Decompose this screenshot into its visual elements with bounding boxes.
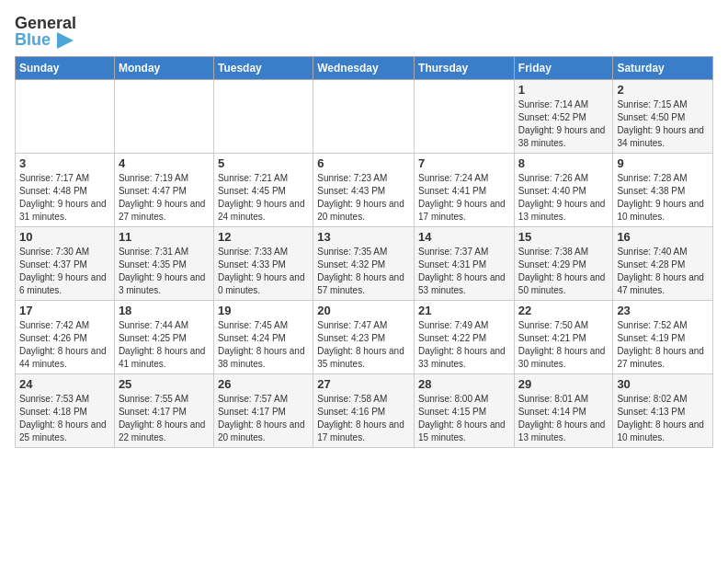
- calendar-cell: 30Sunrise: 8:02 AM Sunset: 4:13 PM Dayli…: [613, 374, 713, 448]
- day-detail: Sunrise: 7:24 AM Sunset: 4:41 PM Dayligh…: [418, 172, 510, 224]
- day-detail: Sunrise: 7:44 AM Sunset: 4:25 PM Dayligh…: [119, 319, 210, 371]
- calendar-cell: 3Sunrise: 7:17 AM Sunset: 4:48 PM Daylig…: [16, 154, 115, 227]
- calendar-week-row: 17Sunrise: 7:42 AM Sunset: 4:26 PM Dayli…: [16, 301, 713, 374]
- day-detail: Sunrise: 7:35 AM Sunset: 4:32 PM Dayligh…: [317, 246, 410, 297]
- day-detail: Sunrise: 7:26 AM Sunset: 4:40 PM Dayligh…: [518, 172, 609, 224]
- day-header-wednesday: Wednesday: [313, 57, 415, 80]
- day-detail: Sunrise: 8:00 AM Sunset: 4:15 PM Dayligh…: [418, 393, 510, 444]
- day-number: 30: [617, 377, 709, 391]
- day-number: 22: [518, 304, 609, 317]
- calendar-cell: 23Sunrise: 7:52 AM Sunset: 4:19 PM Dayli…: [613, 301, 713, 374]
- day-number: 3: [19, 156, 110, 170]
- calendar-cell: 26Sunrise: 7:57 AM Sunset: 4:17 PM Dayli…: [213, 374, 313, 448]
- calendar-cell: 4Sunrise: 7:19 AM Sunset: 4:47 PM Daylig…: [114, 154, 213, 227]
- day-header-sunday: Sunday: [16, 57, 115, 80]
- logo-flag-icon: [57, 32, 74, 49]
- day-detail: Sunrise: 7:28 AM Sunset: 4:38 PM Dayligh…: [617, 172, 709, 224]
- calendar-cell: 12Sunrise: 7:33 AM Sunset: 4:33 PM Dayli…: [213, 227, 313, 301]
- calendar-cell: 24Sunrise: 7:53 AM Sunset: 4:18 PM Dayli…: [16, 374, 115, 448]
- calendar-cell: [213, 80, 313, 154]
- day-number: 11: [119, 230, 210, 244]
- day-number: 21: [418, 304, 510, 317]
- day-number: 24: [19, 377, 110, 391]
- day-detail: Sunrise: 7:47 AM Sunset: 4:23 PM Dayligh…: [317, 319, 410, 371]
- day-number: 8: [518, 156, 609, 170]
- day-detail: Sunrise: 7:37 AM Sunset: 4:31 PM Dayligh…: [418, 246, 510, 297]
- day-detail: Sunrise: 7:42 AM Sunset: 4:26 PM Dayligh…: [19, 319, 110, 371]
- logo-wordmark: General Blue: [15, 15, 76, 49]
- header: General Blue: [15, 15, 713, 49]
- day-detail: Sunrise: 7:19 AM Sunset: 4:47 PM Dayligh…: [119, 172, 210, 224]
- day-number: 23: [617, 304, 709, 317]
- calendar-cell: [313, 80, 415, 154]
- calendar-cell: 28Sunrise: 8:00 AM Sunset: 4:15 PM Dayli…: [415, 374, 515, 448]
- day-number: 2: [617, 83, 709, 97]
- svg-marker-0: [57, 32, 74, 49]
- day-detail: Sunrise: 7:21 AM Sunset: 4:45 PM Dayligh…: [218, 172, 309, 224]
- calendar-cell: 5Sunrise: 7:21 AM Sunset: 4:45 PM Daylig…: [213, 154, 313, 227]
- day-header-tuesday: Tuesday: [213, 57, 313, 80]
- day-number: 29: [518, 377, 609, 391]
- calendar-cell: 25Sunrise: 7:55 AM Sunset: 4:17 PM Dayli…: [114, 374, 213, 448]
- day-number: 26: [218, 377, 309, 391]
- day-detail: Sunrise: 8:01 AM Sunset: 4:14 PM Dayligh…: [518, 393, 609, 444]
- day-detail: Sunrise: 7:50 AM Sunset: 4:21 PM Dayligh…: [518, 319, 609, 371]
- day-header-monday: Monday: [114, 57, 213, 80]
- calendar-cell: 13Sunrise: 7:35 AM Sunset: 4:32 PM Dayli…: [313, 227, 415, 301]
- day-detail: Sunrise: 7:52 AM Sunset: 4:19 PM Dayligh…: [617, 319, 709, 371]
- calendar-cell: 11Sunrise: 7:31 AM Sunset: 4:35 PM Dayli…: [114, 227, 213, 301]
- day-number: 28: [418, 377, 510, 391]
- day-detail: Sunrise: 7:33 AM Sunset: 4:33 PM Dayligh…: [218, 246, 309, 297]
- day-detail: Sunrise: 7:23 AM Sunset: 4:43 PM Dayligh…: [317, 172, 410, 224]
- calendar-cell: 14Sunrise: 7:37 AM Sunset: 4:31 PM Dayli…: [415, 227, 515, 301]
- day-detail: Sunrise: 7:14 AM Sunset: 4:52 PM Dayligh…: [518, 98, 609, 150]
- day-detail: Sunrise: 7:49 AM Sunset: 4:22 PM Dayligh…: [418, 319, 510, 371]
- day-header-thursday: Thursday: [415, 57, 515, 80]
- day-number: 16: [617, 230, 709, 244]
- calendar-cell: 29Sunrise: 8:01 AM Sunset: 4:14 PM Dayli…: [514, 374, 613, 448]
- day-detail: Sunrise: 7:38 AM Sunset: 4:29 PM Dayligh…: [518, 246, 609, 297]
- day-detail: Sunrise: 7:53 AM Sunset: 4:18 PM Dayligh…: [19, 393, 110, 444]
- day-detail: Sunrise: 7:30 AM Sunset: 4:37 PM Dayligh…: [19, 246, 110, 297]
- day-number: 14: [418, 230, 510, 244]
- day-number: 10: [19, 230, 110, 244]
- calendar-cell: 18Sunrise: 7:44 AM Sunset: 4:25 PM Dayli…: [114, 301, 213, 374]
- calendar-cell: 27Sunrise: 7:58 AM Sunset: 4:16 PM Dayli…: [313, 374, 415, 448]
- day-number: 13: [317, 230, 410, 244]
- day-number: 4: [119, 156, 210, 170]
- day-detail: Sunrise: 7:57 AM Sunset: 4:17 PM Dayligh…: [218, 393, 309, 444]
- calendar-cell: 20Sunrise: 7:47 AM Sunset: 4:23 PM Dayli…: [313, 301, 415, 374]
- day-detail: Sunrise: 7:15 AM Sunset: 4:50 PM Dayligh…: [617, 98, 709, 150]
- calendar-table: SundayMondayTuesdayWednesdayThursdayFrid…: [15, 56, 713, 448]
- day-detail: Sunrise: 7:31 AM Sunset: 4:35 PM Dayligh…: [119, 246, 210, 297]
- day-number: 5: [218, 156, 309, 170]
- day-number: 20: [317, 304, 410, 317]
- calendar-cell: 21Sunrise: 7:49 AM Sunset: 4:22 PM Dayli…: [415, 301, 515, 374]
- calendar-cell: 7Sunrise: 7:24 AM Sunset: 4:41 PM Daylig…: [415, 154, 515, 227]
- calendar-week-row: 10Sunrise: 7:30 AM Sunset: 4:37 PM Dayli…: [16, 227, 713, 301]
- calendar-cell: 22Sunrise: 7:50 AM Sunset: 4:21 PM Dayli…: [514, 301, 613, 374]
- calendar-header-row: SundayMondayTuesdayWednesdayThursdayFrid…: [16, 57, 713, 80]
- calendar-week-row: 1Sunrise: 7:14 AM Sunset: 4:52 PM Daylig…: [16, 80, 713, 154]
- calendar-cell: 17Sunrise: 7:42 AM Sunset: 4:26 PM Dayli…: [16, 301, 115, 374]
- calendar-week-row: 24Sunrise: 7:53 AM Sunset: 4:18 PM Dayli…: [16, 374, 713, 448]
- day-detail: Sunrise: 7:58 AM Sunset: 4:16 PM Dayligh…: [317, 393, 410, 444]
- day-number: 7: [418, 156, 510, 170]
- calendar-cell: [114, 80, 213, 154]
- day-number: 27: [317, 377, 410, 391]
- day-number: 6: [317, 156, 410, 170]
- calendar-cell: 9Sunrise: 7:28 AM Sunset: 4:38 PM Daylig…: [613, 154, 713, 227]
- day-header-friday: Friday: [514, 57, 613, 80]
- day-detail: Sunrise: 7:45 AM Sunset: 4:24 PM Dayligh…: [218, 319, 309, 371]
- day-number: 9: [617, 156, 709, 170]
- day-number: 18: [119, 304, 210, 317]
- calendar-cell: 10Sunrise: 7:30 AM Sunset: 4:37 PM Dayli…: [16, 227, 115, 301]
- day-number: 17: [19, 304, 110, 317]
- day-header-saturday: Saturday: [613, 57, 713, 80]
- calendar-week-row: 3Sunrise: 7:17 AM Sunset: 4:48 PM Daylig…: [16, 154, 713, 227]
- day-number: 19: [218, 304, 309, 317]
- calendar-cell: [415, 80, 515, 154]
- calendar-cell: 19Sunrise: 7:45 AM Sunset: 4:24 PM Dayli…: [213, 301, 313, 374]
- day-detail: Sunrise: 7:40 AM Sunset: 4:28 PM Dayligh…: [617, 246, 709, 297]
- day-detail: Sunrise: 8:02 AM Sunset: 4:13 PM Dayligh…: [617, 393, 709, 444]
